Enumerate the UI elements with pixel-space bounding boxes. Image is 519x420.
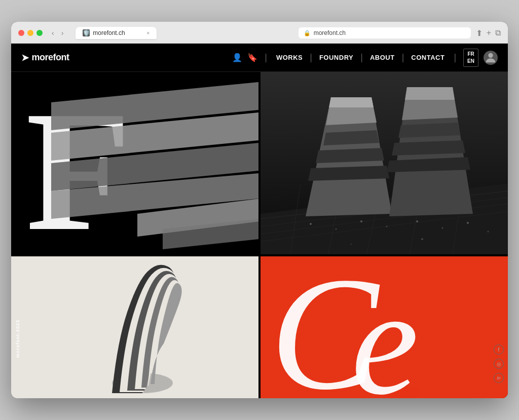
- grid-cell-4[interactable]: C e: [261, 256, 508, 398]
- svg-point-39: [467, 222, 469, 224]
- svg-point-38: [442, 227, 443, 229]
- tab-bar: 🛡️ morefont.ch ×: [76, 27, 288, 39]
- new-tab-icon[interactable]: +: [487, 28, 491, 37]
- svg-point-42: [351, 244, 352, 245]
- back-button[interactable]: ‹: [50, 28, 56, 38]
- tab-close-button[interactable]: ×: [146, 30, 150, 36]
- linkedin-icon[interactable]: in: [494, 373, 504, 383]
- lang-fr: FR: [467, 51, 474, 57]
- tabs-icon[interactable]: ⧉: [495, 28, 501, 37]
- maximize-button[interactable]: [36, 30, 43, 36]
- address-bar[interactable]: 🔒 morefont.ch: [299, 27, 471, 39]
- svg-point-33: [310, 223, 312, 225]
- browser-controls: ‹ ›: [50, 28, 65, 38]
- nav-about[interactable]: ABOUT: [363, 54, 402, 61]
- instagram-icon[interactable]: ◎: [494, 359, 504, 369]
- logo[interactable]: ➤ morefont: [21, 52, 69, 63]
- grid-cell-3[interactable]: [11, 256, 258, 398]
- traffic-lights: [18, 30, 43, 36]
- nav-right: 👤 🔖 | WORKS | FOUNDRY | ABOUT | CONTACT …: [232, 49, 498, 67]
- avatar[interactable]: [484, 51, 498, 65]
- facebook-icon[interactable]: f: [494, 345, 504, 355]
- url-text: morefont.ch: [314, 29, 346, 36]
- forward-button[interactable]: ›: [59, 28, 66, 38]
- active-tab[interactable]: 🛡️ morefont.ch ×: [76, 27, 157, 39]
- svg-marker-28: [316, 148, 384, 163]
- svg-marker-30: [398, 123, 460, 138]
- svg-marker-29: [308, 166, 389, 181]
- nav-foundry[interactable]: FOUNDRY: [312, 54, 360, 61]
- sidebar-label: morefont-2023: [15, 320, 20, 358]
- logo-icon: ➤: [21, 52, 29, 63]
- svg-point-36: [386, 226, 388, 227]
- site-header: ➤ morefont 👤 🔖 | WORKS | FOUNDRY | ABOUT…: [11, 44, 508, 72]
- svg-text:e: e: [351, 258, 419, 398]
- tab-favicon: 🛡️: [83, 29, 90, 36]
- user-icon[interactable]: 👤: [232, 53, 242, 62]
- svg-point-40: [488, 231, 489, 233]
- browser-actions: ⬆ + ⧉: [476, 28, 501, 38]
- minimize-button[interactable]: [27, 30, 33, 36]
- logo-text: morefont: [32, 52, 69, 63]
- svg-point-34: [336, 228, 337, 230]
- nav-divider-5: |: [454, 52, 456, 63]
- svg-point-35: [360, 220, 362, 222]
- nav-divider-1: |: [265, 52, 267, 63]
- lang-en: EN: [467, 58, 474, 64]
- grid-cell-2[interactable]: [261, 72, 508, 254]
- svg-point-37: [416, 220, 418, 222]
- nav-contact[interactable]: CONTACT: [404, 54, 452, 61]
- svg-marker-25: [329, 97, 374, 107]
- svg-marker-26: [405, 87, 455, 100]
- svg-marker-31: [392, 140, 465, 156]
- website: ➤ morefont 👤 🔖 | WORKS | FOUNDRY | ABOUT…: [11, 44, 508, 398]
- lang-switcher[interactable]: FR EN: [463, 49, 478, 67]
- browser-chrome: ‹ › 🛡️ morefont.ch × 🔒 morefont.ch ⬆ + ⧉: [11, 22, 508, 44]
- grid-cell-1[interactable]: F: [11, 72, 258, 254]
- nav-links: WORKS | FOUNDRY | ABOUT | CONTACT: [269, 52, 452, 63]
- svg-point-0: [488, 53, 493, 57]
- portfolio-grid: F: [11, 72, 508, 398]
- browser-window: ‹ › 🛡️ morefont.ch × 🔒 morefont.ch ⬆ + ⧉…: [11, 22, 508, 398]
- svg-point-41: [421, 238, 423, 240]
- tab-title: morefont.ch: [93, 29, 125, 36]
- nav-works[interactable]: WORKS: [269, 54, 310, 61]
- social-icons: f ◎ in: [494, 345, 504, 383]
- svg-marker-27: [323, 130, 379, 145]
- nav-icons: 👤 🔖: [232, 53, 257, 62]
- lock-icon: 🔒: [304, 30, 311, 36]
- bookmark-icon[interactable]: 🔖: [247, 53, 257, 62]
- close-button[interactable]: [18, 30, 24, 36]
- share-icon[interactable]: ⬆: [476, 28, 483, 38]
